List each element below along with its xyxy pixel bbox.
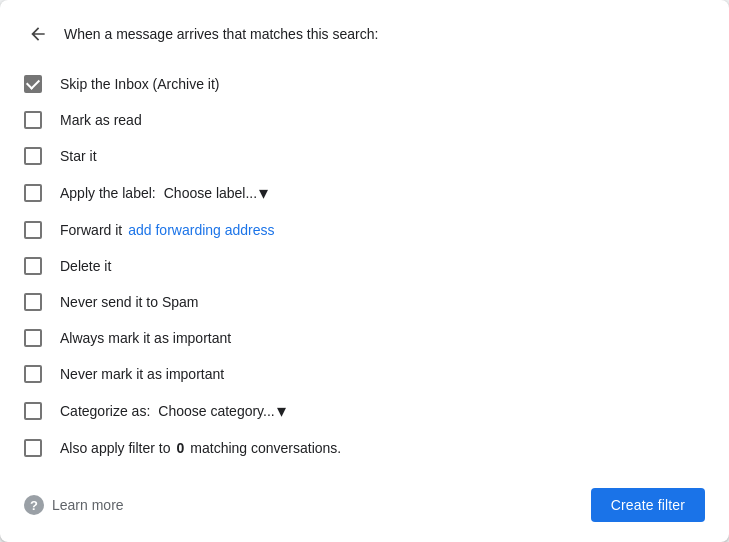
create-filter-button[interactable]: Create filter: [591, 488, 705, 522]
option-delete-it: Delete it: [24, 248, 705, 284]
checkbox-categorize[interactable]: [24, 402, 42, 420]
header-description: When a message arrives that matches this…: [64, 26, 378, 42]
checkbox-also-apply[interactable]: [24, 439, 42, 457]
help-icon[interactable]: ?: [24, 495, 44, 515]
label-delete-it: Delete it: [60, 258, 111, 274]
option-also-apply: Also apply filter to 0 matching conversa…: [24, 430, 705, 466]
option-skip-inbox: Skip the Inbox (Archive it): [24, 66, 705, 102]
checkbox-delete-it[interactable]: [24, 257, 42, 275]
dropdown-arrow-category: ▾: [277, 400, 286, 422]
label-never-spam: Never send it to Spam: [60, 294, 199, 310]
checkbox-mark-as-read[interactable]: [24, 111, 42, 129]
label-forward-it: Forward it add forwarding address: [60, 222, 275, 238]
option-star-it: Star it: [24, 138, 705, 174]
checkbox-forward-it[interactable]: [24, 221, 42, 239]
learn-more-link[interactable]: Learn more: [52, 497, 124, 513]
add-forwarding-address-link[interactable]: add forwarding address: [128, 222, 274, 238]
option-apply-label: Apply the label: Choose label... ▾: [24, 174, 705, 212]
checkbox-always-important[interactable]: [24, 329, 42, 347]
dialog-footer: ? Learn more Create filter: [24, 480, 705, 522]
option-always-important: Always mark it as important: [24, 320, 705, 356]
checkbox-star-it[interactable]: [24, 147, 42, 165]
label-apply-label: Apply the label: Choose label... ▾: [60, 182, 270, 204]
checkbox-never-spam[interactable]: [24, 293, 42, 311]
option-categorize: Categorize as: Choose category... ▾: [24, 392, 705, 430]
checkbox-never-important[interactable]: [24, 365, 42, 383]
learn-more-section: ? Learn more: [24, 495, 124, 515]
choose-category-dropdown[interactable]: Choose category... ▾: [156, 400, 287, 422]
label-categorize: Categorize as: Choose category... ▾: [60, 400, 288, 422]
label-also-apply: Also apply filter to 0 matching conversa…: [60, 440, 341, 456]
checkbox-apply-label[interactable]: [24, 184, 42, 202]
dialog-header: When a message arrives that matches this…: [24, 20, 705, 48]
choose-label-dropdown[interactable]: Choose label... ▾: [162, 182, 270, 204]
back-button[interactable]: [24, 20, 52, 48]
option-never-important: Never mark it as important: [24, 356, 705, 392]
option-forward-it: Forward it add forwarding address: [24, 212, 705, 248]
option-mark-as-read: Mark as read: [24, 102, 705, 138]
filter-actions-dialog: When a message arrives that matches this…: [0, 0, 729, 542]
label-skip-inbox: Skip the Inbox (Archive it): [60, 76, 220, 92]
label-always-important: Always mark it as important: [60, 330, 231, 346]
matching-count: 0: [177, 440, 185, 456]
checkbox-skip-inbox[interactable]: [24, 75, 42, 93]
label-never-important: Never mark it as important: [60, 366, 224, 382]
options-list: Skip the Inbox (Archive it) Mark as read…: [24, 66, 705, 468]
label-mark-as-read: Mark as read: [60, 112, 142, 128]
option-never-spam: Never send it to Spam: [24, 284, 705, 320]
dropdown-arrow-label: ▾: [259, 182, 268, 204]
label-star-it: Star it: [60, 148, 97, 164]
